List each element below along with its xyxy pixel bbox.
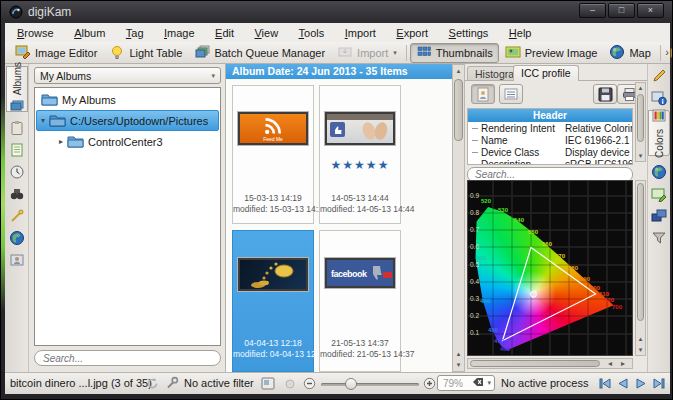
thumbnail-size-slider[interactable] bbox=[321, 373, 419, 395]
sidebar-tab-albums[interactable]: Albums bbox=[6, 66, 28, 112]
light-table-button[interactable]: Light Table bbox=[103, 43, 188, 63]
filters-icon[interactable] bbox=[651, 230, 667, 246]
scroll-down-icon[interactable]: ▾ bbox=[453, 360, 464, 370]
maximize-button[interactable]: □ bbox=[608, 3, 635, 18]
scroll-up-icon[interactable]: ▴ bbox=[636, 334, 645, 344]
minimize-button[interactable]: – bbox=[579, 3, 606, 18]
right-sidebar-tabs: Colors bbox=[647, 64, 670, 372]
scrollbar-thumb[interactable] bbox=[637, 183, 644, 321]
go-previous-icon[interactable] bbox=[615, 377, 631, 392]
icc-row-description[interactable]: Description sRGB IEC61966-2.1 bbox=[468, 158, 632, 165]
menu-view[interactable]: View bbox=[246, 24, 286, 41]
chevron-down-icon[interactable]: ▾ bbox=[487, 379, 491, 387]
menu-import[interactable]: Import bbox=[337, 24, 384, 41]
tree-item-pictures[interactable]: ▾ C:/Users/Uptodown/Pictures bbox=[36, 110, 219, 131]
wrench-icon[interactable] bbox=[165, 376, 179, 392]
collapse-arrow-icon[interactable]: ▾ bbox=[37, 116, 49, 125]
menu-settings[interactable]: Settings bbox=[441, 24, 497, 41]
menu-tag[interactable]: Tag bbox=[118, 24, 152, 41]
scrollbar-thumb[interactable] bbox=[637, 94, 644, 142]
clipboard-icon[interactable] bbox=[9, 120, 25, 136]
wavelength-label: 560 bbox=[542, 241, 552, 247]
scroll-left-icon[interactable]: ◂ bbox=[608, 358, 612, 369]
magic-wand-icon[interactable] bbox=[9, 208, 25, 224]
sidebar-tab-colors[interactable]: Colors bbox=[648, 110, 670, 156]
icc-row-rendering-intent[interactable]: Rendering Intent Relative Colorimet bbox=[468, 122, 632, 134]
menu-browse[interactable]: Browse bbox=[9, 24, 62, 41]
thumbnail-card-4[interactable]: facebook 21-05-13 14:37 modified: 21-05-… bbox=[319, 230, 401, 372]
icc-row-name[interactable]: Name IEC 61966-2.1 Defa bbox=[468, 134, 632, 146]
zoom-in-icon[interactable] bbox=[423, 377, 436, 392]
menu-edit[interactable]: Edit bbox=[207, 24, 242, 41]
people-icon[interactable] bbox=[9, 252, 25, 268]
batch-queue-manager-button[interactable]: Batch Queue Manager bbox=[188, 43, 331, 63]
menu-export[interactable]: Export bbox=[388, 24, 436, 41]
preview-image-button[interactable]: Preview Image bbox=[499, 43, 604, 63]
fit-window-icon[interactable] bbox=[261, 377, 275, 392]
menu-image[interactable]: Image bbox=[156, 24, 203, 41]
clear-icon[interactable] bbox=[472, 377, 484, 389]
thumbnail-card-2[interactable]: ★★★★★ 14-05-13 14:44 modified: 14-05-13 … bbox=[319, 85, 401, 224]
icc-row-device-class[interactable]: Device Class Display device bbox=[468, 146, 632, 158]
globe-icon[interactable] bbox=[651, 164, 667, 180]
thumbnail-card-1[interactable]: Feed Me 15-03-13 14:19 modified: 15-03-1… bbox=[232, 85, 314, 224]
go-first-icon[interactable] bbox=[597, 377, 613, 392]
captions-icon[interactable] bbox=[651, 186, 667, 202]
thumbnail-card-3-selected[interactable]: 04-04-13 12:18 modified: 04-04-13 12:18 bbox=[232, 230, 314, 372]
slider-thumb[interactable] bbox=[345, 378, 357, 390]
zoom-level-combobox[interactable]: 79% ▾ bbox=[437, 375, 495, 391]
binoculars-icon[interactable] bbox=[9, 186, 25, 202]
metadata-icon[interactable] bbox=[651, 90, 667, 106]
y-axis-tick: 0.4 bbox=[470, 278, 479, 285]
thumbnails-button[interactable]: Thumbnails bbox=[410, 43, 499, 63]
cie-horizontal-scrollbar[interactable]: ◂ ▸ bbox=[467, 358, 633, 369]
globe-icon[interactable] bbox=[9, 230, 25, 246]
y-axis-tick: 0.9 bbox=[470, 192, 479, 199]
cie-chromaticity-diagram: 0.9 0.8 0.7 0.6 0.5 0.4 0.3 0.2 0.1 520 … bbox=[467, 180, 633, 356]
go-last-icon[interactable] bbox=[651, 377, 667, 392]
scroll-up-icon[interactable]: ▴ bbox=[636, 83, 645, 93]
pencil-icon[interactable] bbox=[651, 68, 667, 84]
album-view-scrollbar[interactable]: ▴ ▴ ▾ bbox=[452, 64, 465, 372]
combobox-value: My Albums bbox=[40, 70, 91, 82]
slider-track[interactable] bbox=[321, 383, 419, 386]
scroll-right-icon[interactable]: ▸ bbox=[621, 358, 625, 369]
tab-icc-profile[interactable]: ICC profile bbox=[513, 65, 579, 81]
albums-search-input[interactable] bbox=[34, 350, 221, 366]
close-button[interactable]: × bbox=[637, 3, 664, 18]
refresh-icon[interactable] bbox=[146, 377, 159, 392]
button-label: Batch Queue Manager bbox=[214, 47, 325, 59]
current-file-info: bitcoin dinero ...l.jpg (3 of 35) bbox=[10, 377, 152, 389]
menu-help[interactable]: Help bbox=[501, 24, 540, 41]
clock-icon[interactable] bbox=[9, 164, 25, 180]
scroll-down-icon[interactable]: ▾ bbox=[636, 151, 645, 161]
folder-icon bbox=[41, 92, 58, 108]
image-editor-button[interactable]: Image Editor bbox=[9, 43, 103, 63]
albums-view-combobox[interactable]: My Albums ▾ bbox=[34, 67, 221, 84]
import-button[interactable]: Import ▾ bbox=[331, 43, 403, 63]
zoom-100-icon[interactable] bbox=[285, 379, 295, 391]
cie-vertical-scrollbar[interactable]: ▴ ▾ bbox=[635, 180, 646, 356]
versions-icon[interactable] bbox=[651, 208, 667, 224]
menu-album[interactable]: Album bbox=[66, 24, 113, 41]
tree-item-my-albums[interactable]: My Albums bbox=[35, 90, 220, 109]
tree-item-controlcenter3[interactable]: ▸ ControlCenter3 bbox=[35, 132, 220, 151]
go-next-icon[interactable] bbox=[633, 377, 649, 392]
scroll-up-icon[interactable]: ▴ bbox=[453, 349, 464, 359]
rating-stars[interactable]: ★★★★★ bbox=[320, 158, 400, 172]
map-button[interactable]: Map bbox=[603, 43, 656, 63]
notes-icon[interactable] bbox=[9, 142, 25, 158]
toolbar-overflow-button[interactable]: › bbox=[665, 46, 669, 58]
falling-coins-thumbnail bbox=[238, 258, 308, 291]
expand-arrow-icon[interactable]: ▸ bbox=[55, 137, 67, 146]
scroll-up-icon[interactable]: ▴ bbox=[453, 66, 464, 76]
portrait-view-button[interactable] bbox=[471, 84, 495, 104]
scrollbar-thumb[interactable] bbox=[454, 79, 463, 141]
zoom-out-icon[interactable] bbox=[303, 377, 316, 392]
icc-table-scrollbar[interactable]: ▴ ▾ bbox=[635, 82, 646, 162]
list-view-button[interactable] bbox=[499, 84, 523, 104]
scroll-down-icon[interactable]: ▾ bbox=[636, 345, 645, 355]
menu-tools[interactable]: Tools bbox=[291, 24, 333, 41]
save-button[interactable] bbox=[593, 84, 617, 104]
scrollbar-thumb[interactable] bbox=[470, 360, 600, 367]
